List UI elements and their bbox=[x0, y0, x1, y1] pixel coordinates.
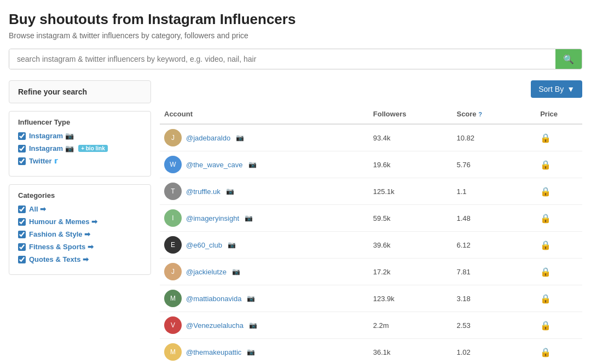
price-cell: 🔒 bbox=[536, 339, 582, 365]
score-cell: 1.1 bbox=[452, 178, 536, 205]
filter-item-quotes: Quotes & Texts ➡ bbox=[18, 255, 142, 263]
twitter-text: Twitter bbox=[29, 157, 52, 165]
fashion-checkbox[interactable] bbox=[18, 231, 26, 238]
bio-link-badge: + bio link bbox=[78, 145, 108, 152]
fitness-label[interactable]: Fitness & Sports ➡ bbox=[29, 243, 94, 251]
account-handle[interactable]: @truffle.uk bbox=[186, 187, 221, 196]
page-header: Buy shoutouts from Instagram Influencers… bbox=[9, 11, 582, 40]
sidebar: Refine your search Influencer Type Insta… bbox=[9, 80, 151, 364]
filter-item-fashion: Fashion & Style ➡ bbox=[18, 230, 142, 238]
instagram1-platform-icon: 📷 bbox=[65, 132, 74, 140]
humour-label[interactable]: Humour & Memes ➡ bbox=[29, 218, 97, 226]
sort-by-button[interactable]: Sort By ▼ bbox=[531, 80, 582, 98]
avatar: T bbox=[164, 183, 182, 200]
quotes-checkbox[interactable] bbox=[18, 256, 26, 263]
followers-cell: 125.1k bbox=[369, 178, 453, 205]
avatar: I bbox=[164, 209, 182, 227]
platform-icon: 📷 bbox=[247, 295, 255, 302]
quotes-label[interactable]: Quotes & Texts ➡ bbox=[29, 255, 89, 263]
account-handle[interactable]: @jackielutze bbox=[186, 268, 227, 276]
account-handle[interactable]: @imageryinsight bbox=[186, 214, 239, 222]
search-icon: 🔍 bbox=[563, 55, 574, 64]
influencer-type-section: Influencer Type Instagram 📷 Instagram 📷 … bbox=[9, 111, 151, 177]
lock-icon[interactable]: 🔒 bbox=[540, 348, 551, 357]
platform-icon: 📷 bbox=[236, 134, 244, 142]
platform-icon: 📷 bbox=[226, 187, 234, 195]
lock-icon[interactable]: 🔒 bbox=[540, 267, 551, 277]
search-input[interactable] bbox=[9, 49, 555, 69]
humour-checkbox[interactable] bbox=[18, 218, 26, 226]
score-cell: 6.12 bbox=[452, 232, 536, 259]
followers-cell: 93.4k bbox=[369, 124, 453, 151]
instagram2-platform-icon: 📷 bbox=[65, 144, 74, 152]
account-cell: V @Venezuelalucha 📷 bbox=[160, 312, 369, 339]
search-bar: 🔍 bbox=[9, 49, 582, 69]
lock-icon[interactable]: 🔒 bbox=[540, 294, 551, 303]
filter-item-twitter: Twitter 𝕣 bbox=[18, 157, 142, 165]
avatar: E bbox=[164, 236, 182, 254]
filter-item-fitness: Fitness & Sports ➡ bbox=[18, 243, 142, 251]
sort-by-caret-icon: ▼ bbox=[567, 85, 575, 93]
col-header-followers: Followers bbox=[369, 104, 453, 124]
account-handle[interactable]: @Venezuelalucha bbox=[186, 321, 244, 330]
score-cell: 7.81 bbox=[452, 259, 536, 285]
col-header-account: Account bbox=[160, 104, 369, 124]
lock-icon[interactable]: 🔒 bbox=[540, 133, 551, 143]
instagram1-label[interactable]: Instagram 📷 bbox=[29, 132, 74, 140]
account-cell: M @themakeupattic 📷 bbox=[160, 339, 369, 365]
filter-item-instagram2: Instagram 📷 + bio link bbox=[18, 144, 142, 152]
lock-icon[interactable]: 🔒 bbox=[540, 240, 551, 250]
instagram1-icon: Instagram bbox=[29, 132, 63, 140]
lock-icon[interactable]: 🔒 bbox=[540, 160, 551, 169]
categories-section: Categories All ➡ Humour & Memes ➡ Fashio… bbox=[9, 184, 151, 275]
table-row: I @imageryinsight 📷 59.5k 1.48 🔒 bbox=[160, 205, 582, 232]
all-label[interactable]: All ➡ bbox=[29, 205, 46, 213]
score-cell: 2.53 bbox=[452, 312, 536, 339]
platform-icon: 📷 bbox=[249, 321, 257, 329]
account-handle[interactable]: @themakeupattic bbox=[186, 348, 241, 356]
col-header-price: Price bbox=[536, 104, 582, 124]
table-row: E @e60_club 📷 39.6k 6.12 🔒 bbox=[160, 232, 582, 259]
all-checkbox[interactable] bbox=[18, 206, 26, 213]
followers-cell: 2.2m bbox=[369, 312, 453, 339]
avatar: M bbox=[164, 290, 182, 307]
refine-title: Refine your search bbox=[18, 87, 87, 96]
table-header-row: Account Followers Score ? Price bbox=[160, 104, 582, 124]
filter-item-instagram1: Instagram 📷 bbox=[18, 132, 142, 140]
main-layout: Refine your search Influencer Type Insta… bbox=[9, 80, 582, 364]
lock-icon[interactable]: 🔒 bbox=[540, 214, 551, 223]
account-handle[interactable]: @e60_club bbox=[186, 241, 222, 249]
refine-search-card: Refine your search bbox=[9, 80, 151, 103]
sort-bar: Sort By ▼ bbox=[160, 80, 582, 98]
lock-icon[interactable]: 🔒 bbox=[540, 187, 551, 196]
avatar: V bbox=[164, 316, 182, 334]
price-cell: 🔒 bbox=[536, 285, 582, 312]
page-wrapper: Buy shoutouts from Instagram Influencers… bbox=[0, 0, 591, 364]
score-help-icon[interactable]: ? bbox=[478, 111, 482, 118]
search-button[interactable]: 🔍 bbox=[555, 49, 582, 69]
influencers-table: Account Followers Score ? Price J @jadeb… bbox=[160, 104, 582, 364]
instagram1-checkbox[interactable] bbox=[18, 132, 26, 140]
influencer-type-title: Influencer Type bbox=[18, 118, 142, 126]
price-cell: 🔒 bbox=[536, 178, 582, 205]
account-handle[interactable]: @the_wave_cave bbox=[186, 161, 243, 169]
account-cell: J @jackielutze 📷 bbox=[160, 259, 369, 285]
followers-cell: 59.5k bbox=[369, 205, 453, 232]
account-handle[interactable]: @mattiabonavida bbox=[186, 295, 241, 303]
platform-icon: 📷 bbox=[232, 268, 240, 275]
platform-icon: 📷 bbox=[228, 241, 236, 249]
lock-icon[interactable]: 🔒 bbox=[540, 321, 551, 330]
account-handle[interactable]: @jadebaraldo bbox=[186, 134, 230, 142]
instagram2-label[interactable]: Instagram 📷 + bio link bbox=[29, 144, 108, 152]
platform-icon: 📷 bbox=[248, 161, 257, 168]
sort-by-label: Sort By bbox=[538, 85, 564, 93]
fitness-checkbox[interactable] bbox=[18, 243, 26, 251]
followers-cell: 19.6k bbox=[369, 151, 453, 178]
fashion-label[interactable]: Fashion & Style ➡ bbox=[29, 230, 90, 238]
price-cell: 🔒 bbox=[536, 312, 582, 339]
twitter-label[interactable]: Twitter 𝕣 bbox=[29, 157, 57, 165]
instagram2-checkbox[interactable] bbox=[18, 145, 26, 152]
avatar: J bbox=[164, 263, 182, 280]
price-cell: 🔒 bbox=[536, 124, 582, 151]
twitter-checkbox[interactable] bbox=[18, 157, 26, 165]
